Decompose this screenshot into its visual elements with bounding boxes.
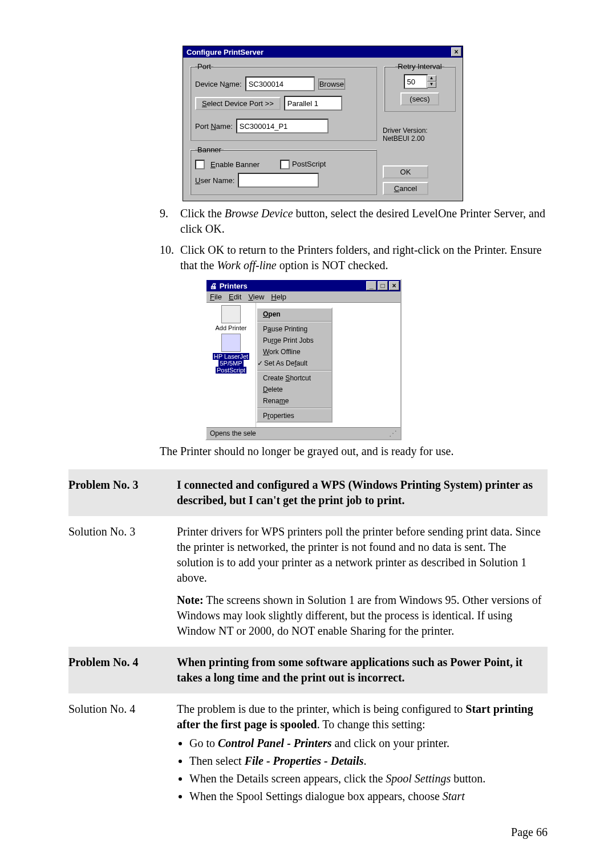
driver-version-label: Driver Version: NetBEUI 2.00 <box>383 127 457 143</box>
retry-legend: Retry Interval <box>395 62 444 71</box>
resize-grip-icon[interactable]: ⋰ <box>389 429 397 438</box>
device-name-label: Device Name: <box>195 80 242 88</box>
menu-edit[interactable]: Edit <box>229 293 241 301</box>
retry-spinner[interactable]: ▲▼ <box>427 75 436 88</box>
retry-input[interactable] <box>404 74 428 89</box>
problem-3-row: Problem No. 3 I connected and configured… <box>68 469 548 516</box>
enable-banner-checkbox[interactable] <box>195 160 205 169</box>
printers-window: 🖨 Printers _ □ × File Edit View Help Add… <box>205 279 402 440</box>
ctx-open[interactable]: Open <box>257 309 331 320</box>
ctx-work-offline[interactable]: Work Offline <box>257 346 331 358</box>
printer-icon-selected[interactable]: HP LaserJet 5P/5MP PostScript <box>209 334 253 374</box>
retry-group: Retry Interval ▲▼ (secs) <box>384 62 456 112</box>
ctx-delete[interactable]: Delete <box>257 384 331 395</box>
solution-4-row: Solution No. 4 The problem is due to the… <box>68 693 548 814</box>
ctx-rename[interactable]: Rename <box>257 395 331 407</box>
ctx-properties[interactable]: Properties <box>257 410 331 421</box>
ctx-pause[interactable]: Pause Printing <box>257 323 331 335</box>
minimize-icon[interactable]: _ <box>366 281 376 290</box>
port-name-label: Port Name: <box>195 122 233 131</box>
retry-secs-label: (secs) <box>400 92 439 106</box>
enable-banner-label: Enable Banner <box>210 160 260 169</box>
banner-group: Banner Enable Banner PostScript User Nam… <box>190 145 377 195</box>
postscript-label: PostScript <box>292 160 326 168</box>
browse-button[interactable]: Browse <box>318 79 345 90</box>
after-printers-text: The Printer should no longer be grayed o… <box>160 444 548 459</box>
menu-file[interactable]: File <box>210 293 222 301</box>
dialog-title: Configure PrintServer <box>187 48 264 56</box>
banner-legend: Banner <box>195 145 224 154</box>
postscript-checkbox[interactable] <box>280 160 290 169</box>
menu-view[interactable]: View <box>248 293 264 301</box>
menubar: File Edit View Help <box>206 291 400 303</box>
configure-printserver-dialog: Configure PrintServer × Port Device Name… <box>183 46 463 201</box>
dialog-titlebar: Configure PrintServer × <box>183 46 463 58</box>
status-text: Opens the sele <box>210 429 256 437</box>
solution-3-row: Solution No. 3 Printer drivers for WPS p… <box>68 516 548 647</box>
printers-title: 🖨 Printers <box>210 282 248 290</box>
selected-port-input[interactable] <box>284 96 342 111</box>
menu-help[interactable]: Help <box>271 293 286 301</box>
port-name-input[interactable] <box>236 119 329 133</box>
add-printer-icon[interactable]: Add Printer <box>209 305 253 331</box>
step-9: 9. Click the Browse Device button, selec… <box>160 206 548 237</box>
close-icon[interactable]: × <box>389 281 399 290</box>
ctx-create-shortcut[interactable]: Create Shortcut <box>257 372 331 384</box>
maximize-icon[interactable]: □ <box>378 281 388 290</box>
user-name-input[interactable] <box>238 173 319 188</box>
port-legend: Port <box>195 62 213 71</box>
context-menu: Open Pause Printing Purge Print Jobs Wor… <box>256 307 333 423</box>
ctx-set-default[interactable]: Set As Default <box>257 358 331 369</box>
ok-button[interactable]: OK <box>383 165 428 178</box>
page-number: Page 66 <box>68 826 548 839</box>
close-icon[interactable]: × <box>451 47 461 56</box>
step-10: 10. Click OK to return to the Printers f… <box>160 242 548 273</box>
select-port-button[interactable]: Select Device Port >> <box>195 97 281 110</box>
problem-4-row: Problem No. 4 When printing from some so… <box>68 647 548 693</box>
ctx-purge[interactable]: Purge Print Jobs <box>257 335 331 346</box>
device-name-input[interactable] <box>245 76 315 91</box>
user-name-label: User Name: <box>195 176 234 185</box>
port-group: Port Device Name: Browse Select Device P… <box>190 62 377 141</box>
cancel-button[interactable]: Cancel <box>383 182 428 195</box>
